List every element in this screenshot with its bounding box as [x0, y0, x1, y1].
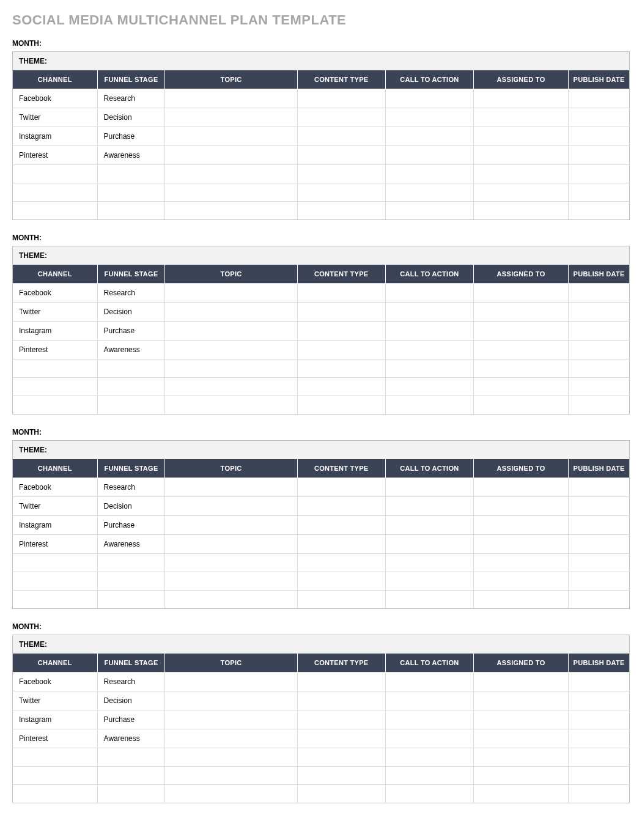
cell-content-type[interactable] — [297, 591, 385, 609]
cell-call-to-action[interactable] — [385, 748, 473, 767]
cell-publish-date[interactable] — [569, 108, 630, 127]
cell-publish-date[interactable] — [569, 183, 630, 202]
cell-content-type[interactable] — [297, 672, 385, 691]
cell-publish-date[interactable] — [569, 378, 630, 396]
cell-content-type[interactable] — [297, 127, 385, 146]
cell-content-type[interactable] — [297, 89, 385, 108]
cell-call-to-action[interactable] — [385, 672, 473, 691]
cell-channel[interactable] — [13, 591, 98, 609]
cell-assigned-to[interactable] — [473, 108, 568, 127]
cell-topic[interactable] — [165, 146, 297, 165]
cell-topic[interactable] — [165, 284, 297, 303]
cell-assigned-to[interactable] — [473, 165, 568, 183]
cell-publish-date[interactable] — [569, 497, 630, 516]
cell-call-to-action[interactable] — [385, 165, 473, 183]
cell-topic[interactable] — [165, 303, 297, 322]
cell-call-to-action[interactable] — [385, 729, 473, 748]
cell-call-to-action[interactable] — [385, 785, 473, 803]
cell-channel[interactable]: Twitter — [13, 303, 98, 322]
cell-publish-date[interactable] — [569, 359, 630, 378]
cell-publish-date[interactable] — [569, 535, 630, 554]
cell-channel[interactable]: Facebook — [13, 89, 98, 108]
cell-funnel-stage[interactable]: Research — [97, 478, 165, 497]
cell-assigned-to[interactable] — [473, 748, 568, 767]
cell-channel[interactable]: Twitter — [13, 691, 98, 710]
cell-publish-date[interactable] — [569, 554, 630, 572]
cell-assigned-to[interactable] — [473, 202, 568, 220]
cell-call-to-action[interactable] — [385, 303, 473, 322]
cell-channel[interactable]: Pinterest — [13, 341, 98, 359]
cell-content-type[interactable] — [297, 785, 385, 803]
cell-assigned-to[interactable] — [473, 478, 568, 497]
cell-publish-date[interactable] — [569, 127, 630, 146]
cell-funnel-stage[interactable]: Research — [97, 89, 165, 108]
cell-assigned-to[interactable] — [473, 497, 568, 516]
cell-call-to-action[interactable] — [385, 516, 473, 535]
cell-call-to-action[interactable] — [385, 378, 473, 396]
cell-topic[interactable] — [165, 516, 297, 535]
cell-assigned-to[interactable] — [473, 785, 568, 803]
cell-content-type[interactable] — [297, 767, 385, 785]
cell-channel[interactable]: Facebook — [13, 672, 98, 691]
cell-assigned-to[interactable] — [473, 359, 568, 378]
cell-content-type[interactable] — [297, 691, 385, 710]
cell-funnel-stage[interactable] — [97, 396, 165, 414]
cell-assigned-to[interactable] — [473, 341, 568, 359]
cell-publish-date[interactable] — [569, 322, 630, 341]
cell-assigned-to[interactable] — [473, 572, 568, 591]
cell-channel[interactable] — [13, 359, 98, 378]
cell-publish-date[interactable] — [569, 396, 630, 414]
cell-publish-date[interactable] — [569, 165, 630, 183]
cell-topic[interactable] — [165, 396, 297, 414]
cell-funnel-stage[interactable]: Research — [97, 284, 165, 303]
cell-assigned-to[interactable] — [473, 554, 568, 572]
cell-channel[interactable]: Instagram — [13, 516, 98, 535]
cell-channel[interactable]: Pinterest — [13, 146, 98, 165]
cell-call-to-action[interactable] — [385, 478, 473, 497]
cell-funnel-stage[interactable]: Purchase — [97, 710, 165, 729]
cell-content-type[interactable] — [297, 202, 385, 220]
cell-assigned-to[interactable] — [473, 591, 568, 609]
cell-channel[interactable] — [13, 748, 98, 767]
cell-content-type[interactable] — [297, 729, 385, 748]
cell-channel[interactable]: Pinterest — [13, 535, 98, 554]
cell-content-type[interactable] — [297, 378, 385, 396]
cell-assigned-to[interactable] — [473, 284, 568, 303]
cell-publish-date[interactable] — [569, 89, 630, 108]
cell-funnel-stage[interactable]: Purchase — [97, 516, 165, 535]
cell-funnel-stage[interactable]: Purchase — [97, 127, 165, 146]
cell-content-type[interactable] — [297, 478, 385, 497]
cell-channel[interactable] — [13, 554, 98, 572]
cell-publish-date[interactable] — [569, 303, 630, 322]
cell-content-type[interactable] — [297, 322, 385, 341]
cell-call-to-action[interactable] — [385, 183, 473, 202]
cell-publish-date[interactable] — [569, 748, 630, 767]
cell-call-to-action[interactable] — [385, 767, 473, 785]
cell-funnel-stage[interactable] — [97, 767, 165, 785]
cell-topic[interactable] — [165, 535, 297, 554]
cell-call-to-action[interactable] — [385, 127, 473, 146]
cell-topic[interactable] — [165, 767, 297, 785]
cell-assigned-to[interactable] — [473, 767, 568, 785]
cell-publish-date[interactable] — [569, 785, 630, 803]
cell-funnel-stage[interactable] — [97, 785, 165, 803]
cell-call-to-action[interactable] — [385, 710, 473, 729]
cell-assigned-to[interactable] — [473, 183, 568, 202]
cell-call-to-action[interactable] — [385, 497, 473, 516]
cell-assigned-to[interactable] — [473, 322, 568, 341]
cell-channel[interactable]: Instagram — [13, 127, 98, 146]
cell-assigned-to[interactable] — [473, 127, 568, 146]
cell-content-type[interactable] — [297, 183, 385, 202]
cell-funnel-stage[interactable]: Decision — [97, 691, 165, 710]
cell-content-type[interactable] — [297, 516, 385, 535]
cell-content-type[interactable] — [297, 710, 385, 729]
cell-assigned-to[interactable] — [473, 516, 568, 535]
cell-content-type[interactable] — [297, 108, 385, 127]
cell-publish-date[interactable] — [569, 572, 630, 591]
cell-funnel-stage[interactable]: Research — [97, 672, 165, 691]
cell-call-to-action[interactable] — [385, 322, 473, 341]
cell-funnel-stage[interactable] — [97, 359, 165, 378]
cell-call-to-action[interactable] — [385, 202, 473, 220]
cell-funnel-stage[interactable] — [97, 165, 165, 183]
cell-content-type[interactable] — [297, 165, 385, 183]
